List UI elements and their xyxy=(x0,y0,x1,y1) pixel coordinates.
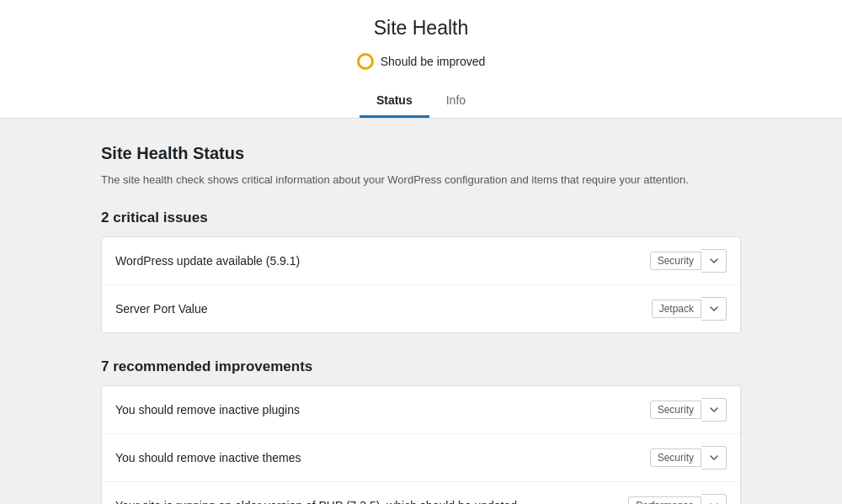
issue-tag: Performance xyxy=(628,496,701,504)
table-row: WordPress update available (5.9.1) Secur… xyxy=(102,237,740,285)
expand-button[interactable] xyxy=(701,494,727,504)
main-content: Site Health Status The site health check… xyxy=(84,119,758,504)
expand-button[interactable] xyxy=(701,398,727,422)
expand-button[interactable] xyxy=(701,297,727,321)
issue-tag: Security xyxy=(650,252,701,270)
table-row: You should remove inactive themes Securi… xyxy=(102,434,740,482)
chevron-down-icon xyxy=(710,454,718,462)
page-title: Site Health xyxy=(0,17,842,40)
recommended-count: 7 recommended improvements xyxy=(101,358,741,375)
issue-tag: Jetpack xyxy=(652,300,701,318)
tab-info[interactable]: Info xyxy=(429,85,482,118)
chevron-down-icon xyxy=(710,257,718,265)
issue-label: Your site is running an older version of… xyxy=(115,499,628,504)
status-circle-icon xyxy=(357,53,374,70)
recommended-issues-list: You should remove inactive plugins Secur… xyxy=(101,385,741,504)
chevron-down-icon xyxy=(710,406,718,414)
issue-right: Security xyxy=(650,446,727,470)
critical-issues-count: 2 critical issues xyxy=(101,210,741,226)
issue-label: Server Port Value xyxy=(115,302,652,316)
chevron-down-icon xyxy=(710,305,718,313)
table-row: Server Port Value Jetpack xyxy=(102,285,740,332)
issue-tag: Security xyxy=(650,401,701,419)
table-row: Your site is running an older version of… xyxy=(102,482,740,504)
section-description: The site health check shows critical inf… xyxy=(101,172,741,189)
table-row: You should remove inactive plugins Secur… xyxy=(102,386,740,434)
expand-button[interactable] xyxy=(701,249,727,273)
top-bar: Site Health Should be improved Status In… xyxy=(0,0,842,119)
critical-issues-group: 2 critical issues WordPress update avail… xyxy=(101,210,741,333)
section-title: Site Health Status xyxy=(101,144,741,163)
issue-right: Security xyxy=(650,398,727,422)
issue-right: Performance xyxy=(628,494,727,504)
tabs-nav: Status Info xyxy=(0,85,842,118)
recommended-improvements-group: 7 recommended improvements You should re… xyxy=(101,358,741,504)
issue-tag: Security xyxy=(650,448,701,467)
issue-right: Security xyxy=(650,249,727,273)
issue-right: Jetpack xyxy=(652,297,727,321)
critical-issues-list: WordPress update available (5.9.1) Secur… xyxy=(101,236,741,333)
issue-label: WordPress update available (5.9.1) xyxy=(115,254,650,268)
status-text: Should be improved xyxy=(381,55,486,68)
issue-label: You should remove inactive themes xyxy=(115,451,650,464)
expand-button[interactable] xyxy=(701,446,727,470)
status-indicator: Should be improved xyxy=(357,53,486,70)
tab-status[interactable]: Status xyxy=(360,85,429,118)
issue-label: You should remove inactive plugins xyxy=(115,403,650,416)
